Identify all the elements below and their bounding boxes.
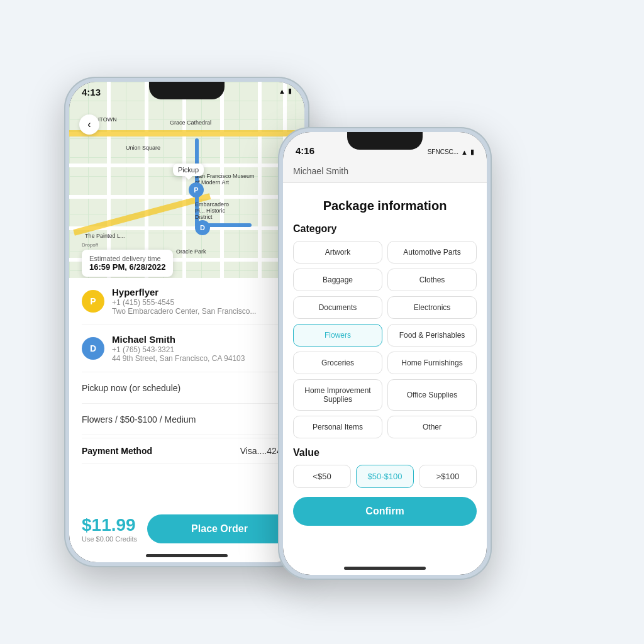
category-electronics[interactable]: Electronics [387, 296, 477, 319]
home-indicator-2 [344, 567, 426, 570]
eta-box: Estimated delivery time 16:59 PM, 6/28/2… [82, 250, 173, 277]
category-automotive[interactable]: Automotive Parts [387, 241, 477, 264]
value-50-100[interactable]: $50-$100 [356, 465, 414, 488]
credits-display: Use $0.00 Credits [82, 535, 137, 543]
back-button[interactable]: ‹ [79, 114, 99, 135]
map-road-yellow [69, 130, 304, 136]
battery-icon-2: ▮ [470, 148, 474, 156]
value-gt100[interactable]: >$100 [419, 465, 477, 488]
home-indicator-1 [146, 554, 228, 557]
category-other[interactable]: Other [387, 416, 477, 438]
category-groceries[interactable]: Groceries [293, 352, 382, 374]
payment-label: Payment Method [82, 446, 152, 456]
map-label-painted: The Painted L... [85, 233, 125, 239]
receiver-info: Michael Smith +1 (765) 543-3321 44 9th S… [112, 334, 280, 363]
receiver-phone: +1 (765) 543-3321 [112, 345, 280, 354]
map-callout-pickup: Pickup [173, 164, 204, 176]
carrier-label: SFNCSC... [428, 148, 458, 155]
wifi-icon-1: ▲ [279, 87, 286, 95]
map-road [258, 82, 262, 283]
sender-row[interactable]: P Hyperflyer +1 (415) 555-4545 Two Embar… [82, 278, 292, 325]
sender-avatar: P [82, 290, 104, 313]
map-label-sfmoma: San Francisco Museumof Modern Art [195, 173, 255, 186]
map-label-oracle: Oracle Park [176, 248, 206, 255]
p2-content: Package information Category Artwork Aut… [283, 189, 487, 575]
sender-address: Two Embarcadero Center, San Francisco... [112, 307, 280, 316]
sender-phone: +1 (415) 555-4545 [112, 298, 280, 307]
phone-2: 4:16 SFNCSC... ▲ ▮ Michael Smith Package… [278, 127, 492, 580]
category-grid: Artwork Automotive Parts Baggage Clothes… [293, 241, 477, 438]
category-documents[interactable]: Documents [293, 296, 382, 319]
map-pin-dropoff: D [195, 220, 210, 235]
category-flowers[interactable]: Flowers [293, 324, 382, 347]
sender-name: Hyperflyer [112, 287, 280, 297]
map-label-union-square: Union Square [126, 145, 160, 151]
receiver-address: 44 9th Street, San Francisco, CA 94103 [112, 354, 280, 363]
package-info-title: Package information [293, 199, 477, 213]
p2-header: Michael Smith [283, 160, 487, 183]
map-pin-pickup: P [189, 182, 204, 197]
map-road [69, 195, 304, 199]
category-section-label: Category [293, 223, 477, 235]
package-label: Flowers / $50-$100 / Medium [82, 414, 196, 425]
category-office[interactable]: Office Supplies [387, 379, 477, 411]
map-label-dropoff: Dropoff [82, 242, 98, 248]
value-options: <$50 $50-$100 >$100 [293, 465, 477, 488]
battery-icon-1: ▮ [288, 87, 292, 95]
scene: 4:13 ▲ ▮ [64, 52, 580, 592]
map-area: JAPANTOWN Union Square Grace Cathedral S… [69, 82, 304, 283]
schedule-row[interactable]: Pickup now (or schedule) › [82, 372, 292, 404]
status-icons-1: ▲ ▮ [279, 87, 292, 95]
phone-1: 4:13 ▲ ▮ [64, 77, 309, 567]
status-time-1: 4:13 [82, 87, 101, 97]
bottom-card: P Hyperflyer +1 (415) 555-4545 Two Embar… [69, 278, 304, 562]
value-lt50[interactable]: <$50 [293, 465, 351, 488]
notch-1 [149, 82, 225, 99]
price-block: $11.99 Use $0.00 Credits [82, 515, 137, 543]
value-section-label: Value [293, 447, 477, 458]
receiver-row[interactable]: D Michael Smith +1 (765) 543-3321 44 9th… [82, 325, 292, 372]
category-clothes[interactable]: Clothes [387, 269, 477, 291]
price-display: $11.99 [82, 515, 137, 535]
schedule-label: Pickup now (or schedule) [82, 383, 180, 393]
category-food[interactable]: Food & Perishables [387, 324, 477, 347]
status-icons-2: SFNCSC... ▲ ▮ [428, 148, 474, 156]
category-baggage[interactable]: Baggage [293, 269, 382, 291]
category-home-furnishings[interactable]: Home Furnishings [387, 352, 477, 374]
receiver-avatar: D [82, 337, 104, 360]
category-personal[interactable]: Personal Items [293, 416, 382, 438]
place-order-button[interactable]: Place Order [147, 514, 292, 543]
payment-row[interactable]: Payment Method Visa....4242 › [82, 438, 292, 464]
map-label-grace: Grace Cathedral [170, 119, 211, 126]
package-row[interactable]: Flowers / $50-$100 / Medium › [82, 404, 292, 435]
confirm-button[interactable]: Confirm [293, 497, 477, 526]
eta-prefix: Estimated delivery time [89, 255, 161, 262]
category-home-improvement[interactable]: Home Improvement Supplies [293, 379, 382, 411]
eta-value: 16:59 PM, 6/28/2022 [89, 262, 165, 272]
notch-2 [347, 132, 423, 150]
sender-info: Hyperflyer +1 (415) 555-4545 Two Embarca… [112, 287, 280, 316]
status-time-2: 4:16 [296, 145, 314, 156]
category-artwork[interactable]: Artwork [293, 241, 382, 264]
receiver-name: Michael Smith [112, 334, 280, 345]
wifi-icon-2: ▲ [461, 148, 468, 156]
map-label-embarcadero: EmbarcaderoPi... HistoricDistrict [195, 201, 229, 220]
p2-header-name: Michael Smith [293, 166, 348, 176]
footer-row: $11.99 Use $0.00 Credits Place Order [82, 514, 292, 543]
